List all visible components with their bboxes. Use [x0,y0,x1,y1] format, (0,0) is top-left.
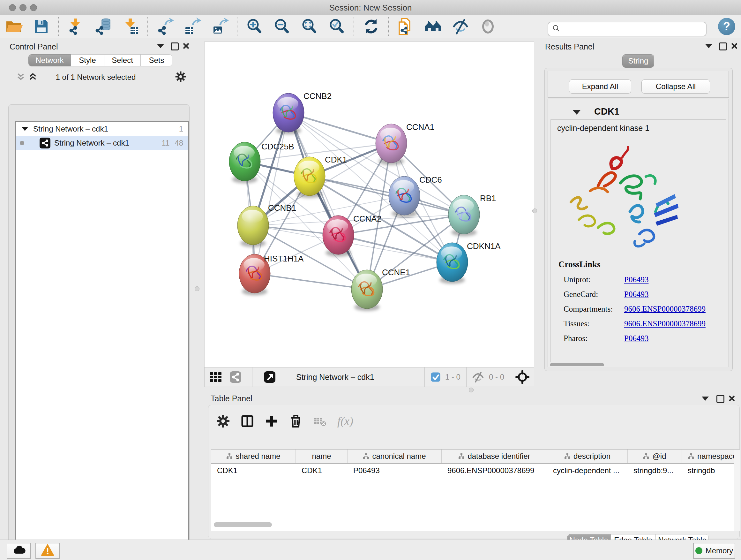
crosshair-icon[interactable] [515,370,529,384]
crosslink-link[interactable]: P06493 [624,334,649,343]
crosslink-link[interactable]: 9606.ENSP00000378699 [624,305,705,314]
zoom-in-button[interactable] [246,17,263,36]
crosslink-link[interactable]: 9606.ENSP00000378699 [624,319,705,328]
node-label-CCNA1: CCNA1 [406,122,434,132]
search-box[interactable] [548,22,706,37]
save-session-button[interactable] [32,17,50,36]
memory-label: Memory [705,546,733,555]
node-CDC25B[interactable] [229,142,260,183]
column-header-name[interactable]: name [296,449,347,463]
show-hidden-button[interactable] [479,17,497,36]
network-list-item[interactable]: String Network – cdk11 [16,122,188,136]
node-CCNB2[interactable] [273,93,304,134]
table-row[interactable]: CDK1CDK1P064939606.ENSP00000378699cyclin… [211,463,740,477]
collapse-all-button[interactable]: Collapse All [642,79,710,94]
close-panel-icon[interactable] [731,42,738,50]
export-table-button[interactable] [184,17,201,36]
right-splitter-handle[interactable] [532,208,537,213]
table-cell[interactable]: P06493 [347,466,442,475]
search-input[interactable] [560,24,699,34]
network-label: String Network – cdk1 [54,138,129,147]
node-CCNE1[interactable] [351,270,383,311]
crosslink-link[interactable]: P06493 [624,290,649,299]
edge-HIST1H1A-CCNE1[interactable] [255,273,367,289]
export-image-button[interactable] [211,17,229,36]
column-header-namespace[interactable]: namespace [682,449,740,463]
warnings-button[interactable] [36,543,60,559]
crosslink-link[interactable]: P06493 [624,275,649,284]
node-CCNB1[interactable] [238,206,269,247]
home-networks-button[interactable] [424,17,442,36]
collapse-panel-icon[interactable] [702,396,709,401]
network-canvas[interactable]: CCNB2CCNA1CDC25BCDK1CDC6RB1CCNB1CCNA2CDK… [204,42,534,367]
hidden-eye-icon[interactable] [471,370,485,384]
open-session-button[interactable] [5,17,23,36]
column-header-canonical-name[interactable]: canonical name [347,449,442,463]
collapse-protein-icon[interactable] [573,110,581,115]
memory-button[interactable]: Memory [693,543,735,559]
node-table[interactable]: shared namenamecanonical namedatabase id… [211,449,740,531]
refresh-layout-button[interactable] [362,17,380,36]
table-hscrollbar-thumb[interactable] [214,522,272,527]
edge-CCNB2-CCNA1[interactable] [288,113,391,143]
column-header--id[interactable]: @id [628,449,682,463]
import-network-file-button[interactable] [67,17,84,36]
help-button[interactable]: ? [718,18,735,35]
column-label: namespace [697,452,737,461]
zoom-selected-button[interactable] [328,17,346,36]
node-RB1[interactable] [448,195,480,236]
show-columns-icon[interactable] [240,414,254,428]
left-splitter-handle[interactable] [195,287,199,291]
float-panel-icon[interactable] [171,43,179,51]
table-vscrollbar-track[interactable] [734,449,740,531]
node-CCNA1[interactable] [376,124,407,165]
collapse-panel-icon[interactable] [157,44,164,48]
add-column-icon[interactable] [265,414,279,428]
delete-column-icon[interactable] [289,414,303,428]
network-share-icon[interactable] [228,370,243,384]
disclosure-triangle-icon[interactable] [22,127,28,131]
zoom-out-button[interactable] [273,17,291,36]
share-clipboard-button[interactable] [397,17,414,36]
edge-CCNB2-HIST1H1A[interactable] [255,113,288,273]
node-CCNA2[interactable] [323,215,354,257]
card-hscrollbar-thumb[interactable] [550,363,604,366]
table-cell[interactable]: CDK1 [211,466,296,475]
export-network-button[interactable] [156,17,174,36]
table-settings-gear-icon[interactable] [216,414,230,428]
cloud-button[interactable] [7,543,31,559]
table-cell[interactable]: stringdb:9... [628,466,682,475]
selected-checkbox-icon[interactable] [430,372,441,382]
table-cell[interactable]: 9606.ENSP00000378699 [442,466,547,475]
open-in-new-window-icon[interactable] [263,370,277,384]
node-label-CDKN1A: CDKN1A [467,241,501,251]
float-panel-icon[interactable] [719,43,727,51]
crosslink-row: GeneCard:P06493 [563,287,717,302]
close-panel-icon[interactable] [182,42,190,50]
grid-view-icon[interactable] [209,370,223,384]
tab-select[interactable]: Select [104,54,141,66]
network-options-gear-icon[interactable] [175,71,186,84]
hide-selected-button[interactable] [452,17,469,36]
tab-sets[interactable]: Sets [141,54,172,66]
column-header-description[interactable]: description [547,449,628,463]
bottom-splitter-handle[interactable] [469,388,474,392]
tab-style[interactable]: Style [71,54,104,66]
zoom-fit-button[interactable] [300,17,318,36]
expand-all-button[interactable]: Expand All [569,79,631,94]
import-table-button[interactable] [122,17,139,36]
column-header-database-identifier[interactable]: database identifier [442,449,547,463]
float-panel-icon[interactable] [717,395,724,403]
import-network-database-button[interactable] [94,17,112,36]
table-cell[interactable]: cyclin-dependent ... [547,466,628,475]
node-CDKN1A[interactable] [436,243,468,284]
toolbar-separator [237,17,238,36]
network-list-item[interactable]: String Network – cdk11148 [16,136,188,150]
tab-network[interactable]: Network [28,54,71,66]
column-header-shared-name[interactable]: shared name [211,449,296,463]
collapse-panel-icon[interactable] [705,44,712,48]
table-cell[interactable]: CDK1 [296,466,347,475]
tab-string[interactable]: String [622,54,654,68]
table-cell[interactable]: stringdb [682,466,740,475]
close-panel-icon[interactable] [728,395,736,402]
